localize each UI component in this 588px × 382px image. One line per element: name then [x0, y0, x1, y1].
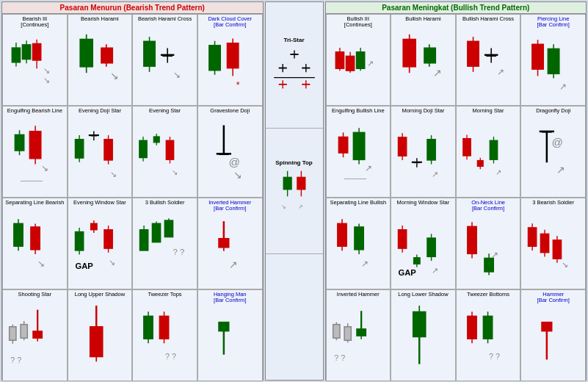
- bearish-pattern-15: Hanging Man[Bar Confirm]: [197, 289, 263, 381]
- candle-svg-bullish-15: [522, 305, 584, 380]
- svg-text:? ?: ? ?: [334, 353, 345, 362]
- bearish-pattern-9: Evening Window Star GAP: [68, 198, 133, 289]
- bearish-pattern-1: Bearish Harami ↘: [68, 14, 133, 106]
- tristar-label: Tri-Star: [283, 37, 304, 43]
- bearish-pattern-7: Gravestone Doji @ ↘: [197, 106, 263, 198]
- svg-text:? ?: ? ?: [10, 356, 21, 364]
- svg-rect-116: [160, 317, 169, 339]
- bullish-pattern-8: Separating Line Bullish ↗: [326, 198, 391, 289]
- bearish-pattern-8: Separating Line Bearish ↘: [2, 198, 68, 289]
- bearish-pattern-2: Bearish Harami Cross ↘: [132, 14, 197, 106]
- svg-text:GAP: GAP: [399, 267, 417, 276]
- svg-rect-96: [219, 239, 229, 248]
- candle-svg-bearish-0: ↘ ↘: [4, 37, 66, 95]
- svg-rect-212: [337, 223, 346, 246]
- svg-rect-197: [463, 139, 471, 156]
- svg-text:↗: ↗: [432, 170, 438, 179]
- candle-svg-bearish-12: ? ?: [4, 304, 66, 374]
- svg-rect-203: [490, 141, 497, 160]
- svg-rect-56: [154, 137, 160, 143]
- svg-text:↗: ↗: [228, 260, 237, 271]
- svg-rect-103: [21, 324, 27, 337]
- tristar-cell: Tri-Star: [266, 2, 323, 129]
- svg-rect-30: [227, 43, 238, 68]
- candle-svg-bullish-14: ? ?: [457, 305, 520, 372]
- svg-text:↘: ↘: [108, 257, 115, 266]
- candle-svg-bullish-0: ↗: [327, 37, 390, 95]
- svg-text:↗: ↗: [559, 82, 567, 92]
- bullish-pattern-9: Morning Window Star GAP ↗: [391, 198, 456, 289]
- bullish-pattern-1: Bullish Harami ↗: [391, 14, 456, 106]
- svg-rect-156: [403, 39, 415, 66]
- svg-rect-152: [356, 52, 364, 69]
- bearish-pattern-0: Bearish III[Continues] ↘: [2, 14, 68, 106]
- bullish-pattern-2: Bullish Harami Cross ↗: [456, 14, 521, 106]
- candle-svg-bullish-9: GAP ↗: [392, 215, 454, 279]
- svg-text:? ?: ? ?: [165, 352, 176, 361]
- candle-svg-bullish-13: [392, 302, 454, 377]
- svg-text:? ?: ? ?: [489, 352, 500, 361]
- svg-rect-263: [483, 317, 492, 339]
- svg-text:↘: ↘: [43, 67, 50, 76]
- svg-rect-71: [31, 227, 40, 250]
- bearish-pattern-4: Engulfing Bearish Line _____ ↘: [2, 106, 68, 198]
- svg-rect-253: [357, 328, 366, 335]
- svg-rect-53: [139, 141, 147, 158]
- svg-rect-119: [219, 322, 229, 331]
- svg-text:↗: ↗: [497, 67, 504, 77]
- svg-rect-68: [14, 223, 23, 246]
- svg-rect-230: [468, 226, 476, 253]
- bearish-section: Pasaran Menurun (Bearish Trend Pattern) …: [1, 1, 264, 381]
- bearish-pattern-3: Dark Cloud Cover[Bar Confirm] *: [197, 14, 263, 106]
- candle-svg-bearish-10: ? ?: [134, 215, 196, 279]
- svg-text:↗: ↗: [491, 250, 498, 260]
- svg-rect-159: [424, 48, 435, 62]
- candle-svg-bullish-7: @ ↗: [522, 119, 584, 191]
- svg-text:↘: ↘: [172, 169, 178, 177]
- svg-text:↗: ↗: [433, 68, 442, 79]
- bullish-pattern-11: 3 Bearish Soldier ↘: [520, 198, 586, 289]
- svg-text:↘: ↘: [37, 258, 45, 268]
- svg-rect-193: [427, 140, 435, 160]
- svg-rect-237: [529, 227, 537, 245]
- svg-rect-89: [153, 223, 161, 242]
- bearish-header: Pasaran Menurun (Bearish Trend Pattern): [2, 2, 263, 14]
- bullish-pattern-15: Hammer[Bar Confirm]: [520, 289, 586, 381]
- svg-rect-141: [297, 177, 305, 190]
- bullish-pattern-7: Dragonfly Doji @ ↗: [520, 106, 586, 198]
- svg-rect-219: [399, 229, 407, 248]
- svg-rect-174: [548, 48, 559, 73]
- svg-rect-42: [75, 140, 83, 158]
- bullish-pattern-14: Tweezer Bottoms ? ?: [456, 289, 521, 381]
- svg-rect-181: [353, 132, 364, 159]
- svg-text:↗: ↗: [557, 165, 566, 176]
- empty-middle-cell: [266, 254, 323, 380]
- svg-text:↗: ↗: [366, 60, 373, 68]
- svg-rect-110: [90, 326, 102, 356]
- candle-svg-bearish-5: ↘: [69, 125, 131, 185]
- svg-text:_____: _____: [344, 170, 367, 179]
- bearish-pattern-6: Evening Star ↘: [132, 106, 197, 198]
- svg-text:? ?: ? ?: [173, 247, 185, 256]
- spinning-top-label: Spinning Top: [275, 159, 313, 166]
- svg-rect-75: [75, 231, 83, 250]
- svg-text:@: @: [228, 156, 239, 168]
- svg-rect-113: [144, 317, 153, 339]
- svg-rect-15: [101, 48, 112, 62]
- candle-svg-bullish-4: _____ ↗: [327, 121, 390, 189]
- svg-rect-171: [532, 44, 543, 69]
- svg-text:↗: ↗: [364, 163, 371, 173]
- svg-rect-149: [346, 57, 354, 71]
- svg-rect-186: [399, 137, 407, 156]
- svg-text:↗: ↗: [361, 258, 369, 268]
- bearish-pattern-12: Shooting Star ? ?: [2, 289, 68, 381]
- candle-svg-bearish-13: [69, 302, 131, 377]
- bullish-pattern-5: Morning Doji Star ↗: [391, 106, 456, 198]
- candle-svg-bullish-2: ↗: [457, 32, 520, 95]
- svg-text:↗: ↗: [496, 169, 501, 177]
- svg-text:GAP: GAP: [75, 262, 93, 270]
- svg-text:_____: _____: [20, 173, 43, 181]
- candle-svg-bearish-4: _____ ↘: [4, 121, 66, 189]
- svg-rect-250: [344, 326, 351, 339]
- spinning-top-svg: ↘ ↗: [269, 167, 319, 223]
